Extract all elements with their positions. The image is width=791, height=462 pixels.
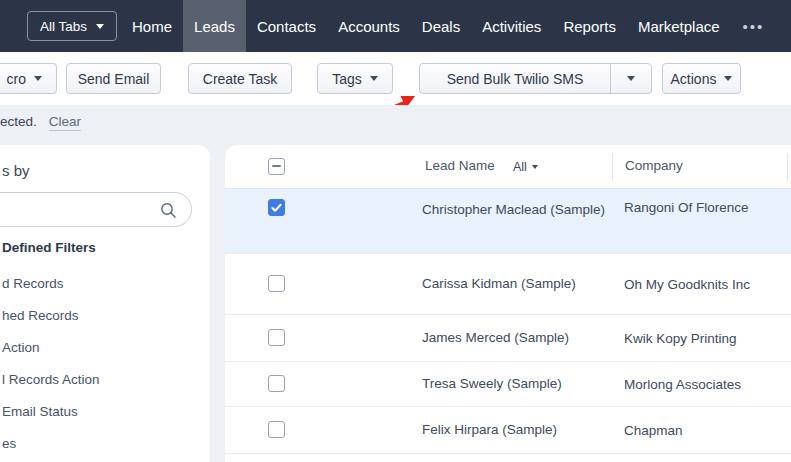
chevron-down-icon xyxy=(724,76,732,81)
send-bulk-twilio-sms-label[interactable]: Send Bulk Twilio SMS xyxy=(420,64,610,93)
table-row[interactable]: Christopher Maclead (Sample) Rangoni Of … xyxy=(225,189,791,254)
system-defined-filters-heading: Defined Filters xyxy=(2,240,96,255)
selection-info-bar: ected. Clear xyxy=(0,114,81,131)
column-divider xyxy=(787,153,788,181)
nav-items: Home Leads Contacts Accounts Deals Activ… xyxy=(121,0,731,52)
all-tabs-dropdown[interactable]: All Tabs xyxy=(27,11,117,41)
filter-list-item[interactable]: hed Records xyxy=(2,300,200,332)
filters-panel: s by Defined Filters d Records hed Recor… xyxy=(0,145,210,462)
send-email-label: Send Email xyxy=(78,71,150,87)
chevron-down-icon xyxy=(34,76,42,81)
search-icon xyxy=(160,202,177,219)
filter-list-item[interactable]: Action xyxy=(2,332,200,364)
selected-count-text: ected. xyxy=(0,114,37,129)
more-tabs-icon[interactable]: ••• xyxy=(743,18,765,35)
filter-list-item[interactable]: Email Status xyxy=(2,396,200,428)
check-icon xyxy=(271,203,282,213)
nav-tab[interactable]: Accounts xyxy=(327,0,411,52)
chevron-down-icon xyxy=(532,165,538,169)
nav-tab[interactable]: Marketplace xyxy=(627,0,731,52)
table-header-row: Lead Name All Company xyxy=(225,145,791,189)
table-row[interactable]: James Merced (Sample) Kwik Kopy Printing xyxy=(225,315,791,362)
nav-tab[interactable]: Deals xyxy=(411,0,471,52)
create-task-button[interactable]: Create Task xyxy=(188,63,292,94)
actions-label: Actions xyxy=(671,71,717,87)
nav-tab[interactable]: Contacts xyxy=(246,0,327,52)
top-nav-bar: All Tabs Home Leads Contacts Accounts De… xyxy=(0,0,791,52)
row-checkbox[interactable] xyxy=(268,421,285,438)
nav-tab[interactable]: Home xyxy=(121,0,183,52)
column-divider xyxy=(612,153,613,181)
lead-name-cell[interactable]: Felix Hirpara (Sample) xyxy=(422,420,610,440)
company-column-header[interactable]: Company xyxy=(625,158,683,173)
chevron-down-icon xyxy=(370,76,378,81)
nav-tab[interactable]: Reports xyxy=(552,0,627,52)
company-cell: Kwik Kopy Printing xyxy=(624,331,737,346)
lead-name-cell[interactable]: Carissa Kidman (Sample) xyxy=(422,274,610,294)
lead-name-cell[interactable]: Tresa Sweely (Sample) xyxy=(422,374,610,394)
row-checkbox[interactable] xyxy=(268,199,285,216)
all-tabs-label: All Tabs xyxy=(40,19,87,34)
company-cell: Chapman xyxy=(624,423,683,438)
row-checkbox[interactable] xyxy=(268,329,285,346)
filter-list-item[interactable]: es xyxy=(2,428,200,460)
table-body: Christopher Maclead (Sample) Rangoni Of … xyxy=(225,189,791,454)
nav-tab[interactable]: Activities xyxy=(471,0,552,52)
row-checkbox[interactable] xyxy=(268,275,285,292)
row-checkbox[interactable] xyxy=(268,375,285,392)
lead-name-cell[interactable]: James Merced (Sample) xyxy=(422,328,610,348)
select-all-checkbox[interactable] xyxy=(268,158,285,175)
lead-name-cell[interactable]: Christopher Maclead (Sample) xyxy=(422,200,610,220)
filters-panel-title: s by xyxy=(2,162,30,179)
run-macro-button[interactable]: cro xyxy=(0,63,57,94)
create-task-label: Create Task xyxy=(203,71,277,87)
send-bulk-sms-dropdown[interactable] xyxy=(610,64,651,93)
company-cell: Rangoni Of Florence xyxy=(624,200,749,215)
clear-selection-link[interactable]: Clear xyxy=(49,114,81,131)
filter-list-item[interactable]: d Records xyxy=(2,268,200,300)
actions-button[interactable]: Actions xyxy=(662,63,741,94)
filter-search-input[interactable] xyxy=(0,192,192,227)
lead-name-filter-value: All xyxy=(513,160,527,174)
actions-toolbar: cro Send Email Create Task Tags Send Bul… xyxy=(0,52,791,105)
leads-table: Lead Name All Company Christopher Maclea… xyxy=(225,145,791,462)
send-email-button[interactable]: Send Email xyxy=(66,63,161,94)
company-cell: Morlong Associates xyxy=(624,377,741,392)
tags-button[interactable]: Tags xyxy=(317,63,393,94)
lead-name-filter-dropdown[interactable]: All xyxy=(513,160,538,174)
run-macro-label: cro xyxy=(7,71,26,87)
company-cell: Oh My Goodknits Inc xyxy=(624,277,750,292)
tags-label: Tags xyxy=(332,71,362,87)
filter-list-item[interactable]: l Records Action xyxy=(2,364,200,396)
chevron-down-icon xyxy=(96,24,104,29)
send-bulk-twilio-sms-button[interactable]: Send Bulk Twilio SMS xyxy=(419,63,652,94)
table-row[interactable]: Carissa Kidman (Sample) Oh My Goodknits … xyxy=(225,254,791,315)
chevron-down-icon xyxy=(627,76,635,81)
table-row[interactable]: Tresa Sweely (Sample) Morlong Associates xyxy=(225,362,791,407)
lead-name-column-header[interactable]: Lead Name xyxy=(425,158,495,173)
content-area: ected. Clear s by Defined Filters d Reco… xyxy=(0,105,791,462)
table-row[interactable]: Felix Hirpara (Sample) Chapman xyxy=(225,407,791,454)
filter-list: d Records hed Records Action l Records A… xyxy=(2,268,200,460)
nav-tab[interactable]: Leads xyxy=(183,0,246,52)
